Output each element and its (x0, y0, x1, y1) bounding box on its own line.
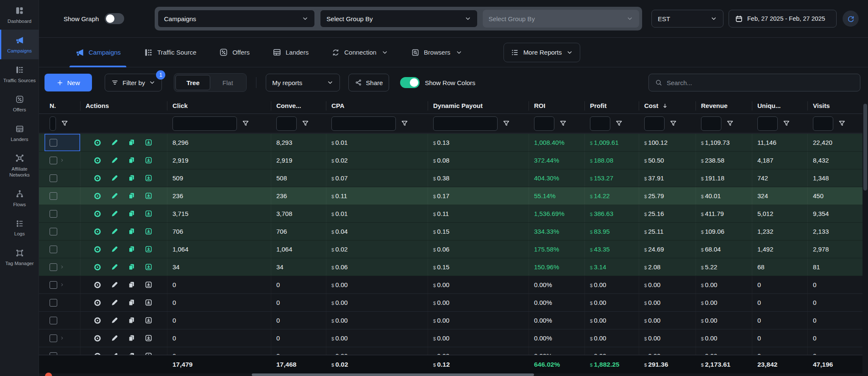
row-checkbox[interactable] (50, 281, 57, 289)
tab-campaigns[interactable]: Campaigns (64, 38, 132, 67)
row-action-edit[interactable] (111, 227, 119, 235)
show-graph-toggle[interactable] (105, 13, 124, 24)
sidebar-item-campaigns[interactable]: Campaigns (0, 30, 39, 59)
row-action-import[interactable] (145, 299, 153, 307)
horizontal-scrollbar-thumb[interactable] (252, 373, 534, 376)
column-header-conversions[interactable]: Conve... (271, 101, 326, 111)
row-action-copy[interactable] (128, 227, 136, 235)
row-action-preview[interactable] (93, 227, 102, 236)
column-header-cpa[interactable]: CPA (326, 101, 428, 111)
row-action-copy[interactable] (128, 210, 136, 218)
view-mode-tree[interactable]: Tree (175, 75, 210, 90)
row-action-copy[interactable] (128, 263, 136, 271)
funnel-icon[interactable] (726, 120, 734, 127)
sidebar-item-traffic-sources[interactable]: Traffic Sources (0, 59, 39, 89)
table-row[interactable]: 00$0.00$0.000.00%$0.00$0.00$0.0000 (39, 276, 862, 294)
sidebar-item-flows[interactable]: Flows (0, 183, 39, 213)
funnel-icon[interactable] (242, 120, 249, 127)
row-action-copy[interactable] (128, 281, 136, 289)
column-header-actions[interactable]: Actions (81, 101, 167, 111)
table-row[interactable]: 00$0.00$0.000.00%$0.00$0.00$0.0000 (39, 329, 862, 347)
filter-input-cost[interactable] (644, 116, 665, 131)
table-row[interactable]: 236236$0.11$0.1755.14%$14.22$25.79$40.01… (39, 187, 862, 205)
row-action-import[interactable] (145, 263, 153, 271)
row-action-preview[interactable] (93, 156, 102, 165)
row-action-edit[interactable] (111, 210, 119, 218)
row-action-edit[interactable] (111, 334, 119, 342)
row-action-import[interactable] (145, 138, 153, 147)
filter-by-button[interactable]: Filter by 1 (105, 74, 162, 91)
column-header-profit[interactable]: Profit (585, 101, 639, 111)
new-button[interactable]: New (45, 74, 92, 91)
funnel-icon[interactable] (61, 120, 68, 127)
my-reports-select[interactable]: My reports (266, 74, 340, 91)
row-checkbox[interactable] (50, 157, 57, 164)
filter-input-roi[interactable] (534, 116, 554, 131)
row-checkbox[interactable] (50, 174, 57, 182)
filter-input-n[interactable] (50, 116, 56, 131)
row-checkbox[interactable] (50, 335, 57, 342)
row-action-import[interactable] (145, 192, 153, 200)
row-action-edit[interactable] (111, 352, 119, 355)
tab-browsers[interactable]: Browsers (400, 38, 474, 67)
sidebar-item-affiliate-networks[interactable]: Affiliate Networks (0, 148, 39, 183)
column-header-cost[interactable]: Cost (639, 101, 696, 111)
row-action-import[interactable] (145, 227, 153, 235)
row-action-import[interactable] (145, 352, 153, 355)
row-action-preview[interactable] (93, 263, 102, 271)
row-checkbox[interactable] (50, 139, 57, 147)
row-action-import[interactable] (145, 156, 153, 164)
show-row-colors-toggle[interactable] (400, 77, 420, 88)
row-action-copy[interactable] (128, 299, 136, 307)
funnel-icon[interactable] (503, 120, 510, 127)
row-action-copy[interactable] (128, 138, 136, 147)
group-by-select-2[interactable]: Select Group By (320, 10, 477, 28)
group-by-select-3[interactable]: Select Group By (483, 10, 639, 28)
row-action-preview[interactable] (93, 316, 102, 325)
table-row[interactable]: 3434$0.06$0.15150.96%$3.14$2.08$5.226881 (39, 258, 862, 276)
row-action-edit[interactable] (111, 316, 119, 324)
row-action-copy[interactable] (128, 334, 136, 342)
row-checkbox[interactable] (50, 246, 57, 253)
funnel-icon[interactable] (838, 120, 846, 127)
filter-input-cpa[interactable] (331, 116, 396, 131)
funnel-icon[interactable] (783, 120, 790, 127)
column-header-click[interactable]: Click (167, 101, 271, 111)
column-header-visits[interactable]: Visits (808, 101, 862, 111)
row-action-edit[interactable] (111, 156, 119, 164)
row-action-import[interactable] (145, 174, 153, 182)
sidebar-item-tag-manager[interactable]: Tag Manager (0, 242, 39, 272)
sidebar-item-offers[interactable]: Offers (0, 88, 39, 118)
row-action-edit[interactable] (111, 192, 119, 200)
row-checkbox[interactable] (50, 192, 57, 200)
column-header-uniques[interactable]: Uniqu... (752, 101, 808, 111)
table-row[interactable]: 706706$0.04$0.15334.33%$83.95$25.11$109.… (39, 223, 862, 241)
row-checkbox[interactable] (50, 299, 57, 307)
row-action-import[interactable] (145, 316, 153, 324)
row-checkbox[interactable] (50, 210, 57, 218)
funnel-icon[interactable] (559, 120, 567, 127)
row-action-edit[interactable] (111, 281, 119, 289)
table-row[interactable]: 509508$0.07$0.38404.30%$153.27$37.91$191… (39, 169, 862, 187)
funnel-icon[interactable] (615, 120, 623, 127)
column-header-roi[interactable]: ROI (529, 101, 585, 111)
column-header-n[interactable]: N. (45, 101, 81, 111)
refresh-button[interactable] (843, 11, 859, 27)
row-action-preview[interactable] (93, 334, 102, 343)
row-checkbox[interactable] (50, 263, 57, 271)
row-action-copy[interactable] (128, 174, 136, 182)
row-action-import[interactable] (145, 334, 153, 342)
row-action-copy[interactable] (128, 245, 136, 253)
tab-landers[interactable]: Landers (261, 38, 320, 67)
filter-input-revenue[interactable] (701, 116, 721, 131)
filter-input-dynamic_payout[interactable] (433, 116, 498, 131)
vertical-scrollbar[interactable] (863, 102, 867, 356)
table-row[interactable]: 00$0.00$0.000.00%$0.00$0.00$0.0000 (39, 294, 862, 312)
table-row[interactable]: 1,0641,064$0.02$0.06175.58%$43.35$24.69$… (39, 241, 862, 258)
table-row[interactable]: 3,7153,708$0.01$0.111,536.69%$386.63$25.… (39, 205, 862, 223)
filter-input-click[interactable] (172, 116, 237, 131)
row-action-preview[interactable] (93, 174, 102, 182)
row-checkbox[interactable] (50, 317, 57, 324)
table-row[interactable]: 00$0.00$0.000.00%$0.00$0.00$0.0000 (39, 347, 862, 355)
row-action-copy[interactable] (128, 316, 136, 324)
